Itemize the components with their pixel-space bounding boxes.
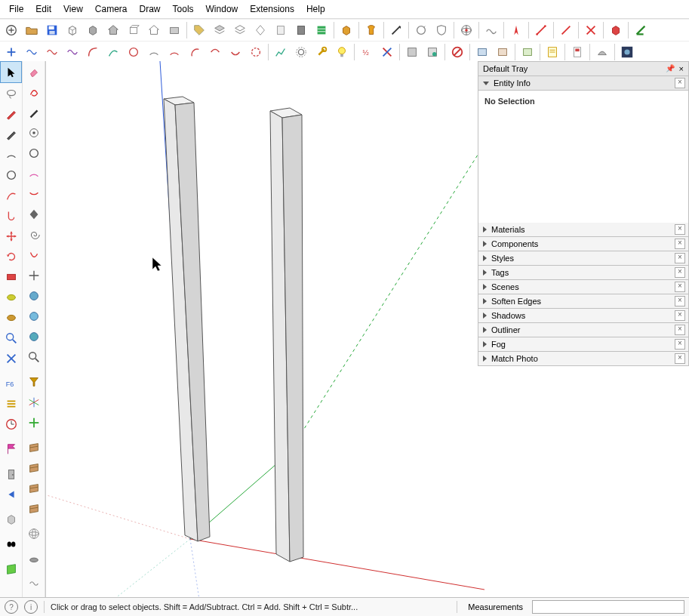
compass-icon[interactable] <box>506 20 526 40</box>
house-icon[interactable] <box>103 20 123 40</box>
panel-components[interactable]: Components× <box>478 237 689 251</box>
tool-arc-icon[interactable] <box>1 144 21 165</box>
tool-lines-icon[interactable] <box>1 393 21 414</box>
panel-close-icon[interactable]: × <box>675 78 685 88</box>
tool-axes2-icon[interactable] <box>23 412 44 433</box>
tool-arc2-icon[interactable] <box>23 163 44 183</box>
gear-icon[interactable] <box>291 42 311 62</box>
tool-pencil-icon[interactable] <box>1 103 21 124</box>
wave2-icon[interactable] <box>42 42 62 62</box>
ext1-icon[interactable] <box>402 42 422 62</box>
panel-fog[interactable]: Fog× <box>478 337 689 352</box>
panel-close-icon[interactable]: × <box>675 239 685 249</box>
tool-axes-icon[interactable] <box>23 392 44 412</box>
tool-move-icon[interactable] <box>1 226 21 246</box>
panel-materials[interactable]: Materials× <box>478 223 689 237</box>
tool-lasso-icon[interactable] <box>1 83 21 103</box>
sheet2-icon[interactable] <box>291 20 311 40</box>
panel-match-photo[interactable]: Match Photo× <box>478 352 689 366</box>
menu-extensions[interactable]: Extensions <box>244 2 300 16</box>
panel-close-icon[interactable]: × <box>675 253 685 263</box>
tool-door-icon[interactable] <box>1 464 21 484</box>
menu-help[interactable]: Help <box>300 2 331 16</box>
panel-close-icon[interactable]: × <box>675 310 685 321</box>
arc1-icon[interactable] <box>144 42 164 62</box>
wave-icon[interactable] <box>481 20 501 40</box>
panel-close-icon[interactable]: × <box>675 224 685 235</box>
tool-swirl-icon[interactable] <box>23 82 44 102</box>
dark-icon[interactable] <box>617 42 637 62</box>
loop1-icon[interactable] <box>411 20 431 40</box>
tool-sphere-icon[interactable] <box>23 523 44 544</box>
menu-camera[interactable]: Camera <box>89 2 134 16</box>
tool-globe-icon[interactable] <box>23 285 44 306</box>
menu-view[interactable]: View <box>57 2 89 16</box>
arc2-icon[interactable] <box>165 42 184 62</box>
select-tool-icon[interactable] <box>0 61 22 83</box>
layers-icon[interactable] <box>210 20 229 40</box>
tool-curve-icon[interactable] <box>1 185 21 205</box>
layers2-icon[interactable] <box>230 20 250 40</box>
surf-icon[interactable] <box>592 42 612 62</box>
tool-pencil2-icon[interactable] <box>1 124 21 144</box>
panel-soften-edges[interactable]: Soften Edges× <box>478 294 689 309</box>
z-icon[interactable]: ½ <box>357 42 377 62</box>
tool-circ-icon[interactable] <box>1 165 21 185</box>
tag-icon[interactable] <box>189 20 209 40</box>
menu-tools[interactable]: Tools <box>167 2 200 16</box>
plus-icon[interactable] <box>2 42 21 62</box>
angle-green-icon[interactable] <box>631 20 651 40</box>
arc3-icon[interactable] <box>185 42 205 62</box>
wrench-icon[interactable] <box>312 42 331 62</box>
line-red-icon[interactable] <box>531 20 551 40</box>
x-red-icon[interactable] <box>581 20 601 40</box>
tool-wood1-icon[interactable] <box>23 437 44 457</box>
open-icon[interactable] <box>22 20 42 40</box>
tool-rect-icon[interactable] <box>1 266 21 287</box>
tool-wood4-icon[interactable] <box>23 498 44 519</box>
page-icon[interactable] <box>568 42 587 62</box>
tool-f6-icon[interactable]: F6 <box>1 373 21 393</box>
menu-window[interactable]: Window <box>200 2 245 16</box>
panel-close-icon[interactable]: × <box>675 339 685 350</box>
panel-tags[interactable]: Tags× <box>478 266 689 280</box>
panel-outliner[interactable]: Outliner× <box>478 323 689 337</box>
line-red2-icon[interactable] <box>556 20 576 40</box>
house2-icon[interactable] <box>144 20 164 40</box>
tool-blob2-icon[interactable] <box>1 307 21 328</box>
panel-close-icon[interactable]: × <box>675 282 685 292</box>
eraser-icon[interactable] <box>23 61 44 82</box>
graph-icon[interactable] <box>271 42 291 62</box>
tool-rotate-icon[interactable] <box>1 246 21 266</box>
bulb-icon[interactable] <box>332 42 352 62</box>
save-icon[interactable] <box>42 20 62 40</box>
box2-icon[interactable] <box>83 20 103 40</box>
panel-scenes[interactable]: Scenes× <box>478 280 689 294</box>
tool-target-icon[interactable] <box>23 122 44 143</box>
wave3-icon[interactable] <box>63 42 82 62</box>
menu-file[interactable]: File <box>3 2 29 16</box>
tool-spiral-icon[interactable] <box>23 224 44 245</box>
circle-icon[interactable] <box>124 42 143 62</box>
tool-flag-icon[interactable] <box>1 439 21 459</box>
ext5-icon[interactable] <box>518 42 537 62</box>
model-viewport[interactable]: Default Tray 📌 × Entity Info × No Select… <box>46 61 689 597</box>
tool-pencil3-icon[interactable] <box>23 102 44 122</box>
tool-diamond-icon[interactable] <box>23 204 44 224</box>
arc4-icon[interactable] <box>205 42 225 62</box>
globe-icon[interactable] <box>457 20 476 40</box>
tool-arrows-icon[interactable] <box>23 265 44 285</box>
panel-shadows[interactable]: Shadows× <box>478 309 689 323</box>
tool-squiggle-icon[interactable] <box>23 573 44 593</box>
tool-blob-icon[interactable] <box>1 287 21 307</box>
tool-globe3-icon[interactable] <box>23 326 44 346</box>
noentry-icon[interactable] <box>448 42 467 62</box>
tool-wood3-icon[interactable] <box>23 478 44 498</box>
ext3-icon[interactable] <box>472 42 492 62</box>
pin-icon[interactable]: 📌 <box>666 62 675 75</box>
info-icon[interactable]: i <box>24 600 38 614</box>
note-icon[interactable] <box>543 42 562 62</box>
tray-close-icon[interactable]: × <box>679 62 684 75</box>
panel-entity-info[interactable]: Entity Info × <box>478 76 689 91</box>
tool-globe2-icon[interactable] <box>23 306 44 326</box>
